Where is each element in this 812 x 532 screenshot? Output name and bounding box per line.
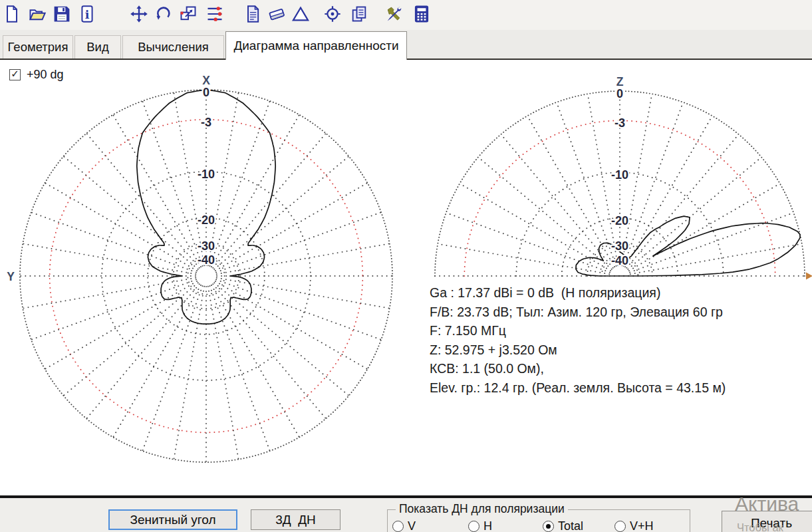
option-sliders-icon[interactable] — [205, 5, 224, 23]
polarization-group: Показать ДН для поляризации VHTotalV+H — [387, 509, 690, 532]
elevation-pattern-plot: 0-3-10-20-30-40Z — [435, 75, 812, 280]
pattern-curve — [576, 216, 800, 276]
impedance-line: Z: 52.975 + j3.520 Ом — [430, 340, 726, 360]
info-icon[interactable]: i — [78, 5, 96, 23]
calculator-icon[interactable] — [412, 5, 431, 23]
elevation-line: Elev. гр.: 12.4 гр. (Реал. земля. Высота… — [430, 378, 726, 398]
tab-label: Вид — [86, 40, 108, 55]
polarization-group-label: Показать ДН для поляризации — [396, 502, 568, 516]
ring-label: -20 — [198, 213, 215, 227]
ring-label: -40 — [198, 253, 215, 267]
toolbar: i — [0, 0, 812, 30]
checkbox-box-icon[interactable]: ✓ — [9, 69, 21, 80]
rotate-icon[interactable] — [154, 5, 173, 23]
radio-label: H — [483, 519, 492, 532]
result-info: Ga : 17.37 dBi = 0 dB (Н поляризация) F/… — [430, 283, 726, 398]
eraser-icon[interactable] — [267, 5, 286, 23]
tab-bar: Геометрия Вид Вычисления Диаграмма напра… — [0, 30, 812, 60]
move-arrows-icon[interactable] — [130, 5, 148, 23]
frequency-line: F: 7.150 МГц — [430, 321, 726, 340]
axis-label-top: X — [202, 74, 210, 87]
mmana-window: { "toolbar": { "icons": ["new-document",… — [0, 0, 812, 532]
text-document-icon[interactable] — [243, 5, 262, 23]
save-floppy-icon[interactable] — [53, 5, 71, 23]
radio-circle-icon — [543, 521, 554, 532]
radio-v[interactable]: V — [392, 519, 416, 532]
tab-label: Вычисления — [138, 40, 209, 55]
axis-label-left: Y — [7, 270, 15, 283]
target-center-icon[interactable] — [323, 5, 342, 23]
radio-v-plus-h[interactable]: V+H — [614, 519, 654, 532]
check-icon: ✓ — [11, 69, 19, 79]
ring-label: -30 — [198, 239, 215, 253]
new-document-icon[interactable] — [3, 5, 21, 23]
radio-total[interactable]: Total — [543, 519, 583, 532]
checkbox-label: +90 dg — [27, 68, 64, 82]
radio-h[interactable]: H — [468, 519, 492, 532]
tab-calculations[interactable]: Вычисления — [122, 35, 224, 59]
swr-line: КСВ: 1.1 (50.0 Ом), — [430, 359, 726, 378]
front-back-line: F/B: 23.73 dB; Тыл: Азим. 120 гр, Элевац… — [430, 303, 726, 322]
ring-label: 0 — [616, 87, 623, 100]
pattern-view: 0-3-10-20-30-40XY0-3-10-20-30-40Z ✓ +90 … — [0, 60, 812, 495]
scale-export-icon[interactable] — [179, 5, 198, 23]
triangle-element-icon[interactable] — [291, 5, 310, 23]
ring-label: -10 — [611, 168, 628, 182]
svg-text:i: i — [85, 8, 90, 21]
watermark-subtext: Чтобы ак — [737, 521, 783, 532]
plus90-checkbox[interactable]: ✓ +90 dg — [9, 68, 64, 82]
radio-circle-icon — [392, 521, 404, 532]
ring-label: -30 — [611, 239, 628, 253]
bottom-bar: Зенитный угол 3Д ДН Показать ДН для поля… — [0, 498, 812, 532]
pattern-plots: 0-3-10-20-30-40XY0-3-10-20-30-40Z — [0, 60, 812, 495]
tab-label: Геометрия — [8, 40, 68, 55]
zenith-angle-button[interactable]: Зенитный угол — [108, 509, 237, 530]
ring-label: -40 — [611, 254, 628, 267]
ring-label: -3 — [614, 116, 625, 130]
tab-label: Диаграмма направленности — [233, 39, 398, 53]
radio-label: Total — [558, 519, 583, 532]
open-folder-icon[interactable] — [28, 5, 47, 23]
tab-geometry[interactable]: Геометрия — [3, 35, 73, 59]
ring-label: -3 — [201, 116, 211, 129]
radio-circle-icon — [614, 521, 626, 532]
radio-circle-icon — [468, 521, 479, 532]
tab-view[interactable]: Вид — [74, 35, 121, 59]
3d-pattern-button[interactable]: 3Д ДН — [251, 509, 340, 530]
ring-label: -20 — [611, 214, 628, 227]
axis-label-top: Z — [616, 75, 624, 88]
watermark-text: Актива — [735, 493, 799, 515]
copy-pages-icon[interactable] — [350, 5, 368, 23]
ring-label: -10 — [198, 168, 215, 181]
radio-label: V — [408, 519, 416, 532]
tab-radiation-pattern[interactable]: Диаграмма направленности — [225, 31, 407, 60]
gain-line: Ga : 17.37 dBi = 0 dB (Н поляризация) — [430, 283, 726, 303]
radio-label: V+H — [630, 519, 654, 532]
ring-label: 0 — [203, 86, 209, 99]
azimuth-pattern-plot: 0-3-10-20-30-40XY — [7, 74, 392, 462]
tools-icon[interactable] — [384, 5, 403, 23]
x-axis-arrow-icon — [806, 273, 812, 280]
